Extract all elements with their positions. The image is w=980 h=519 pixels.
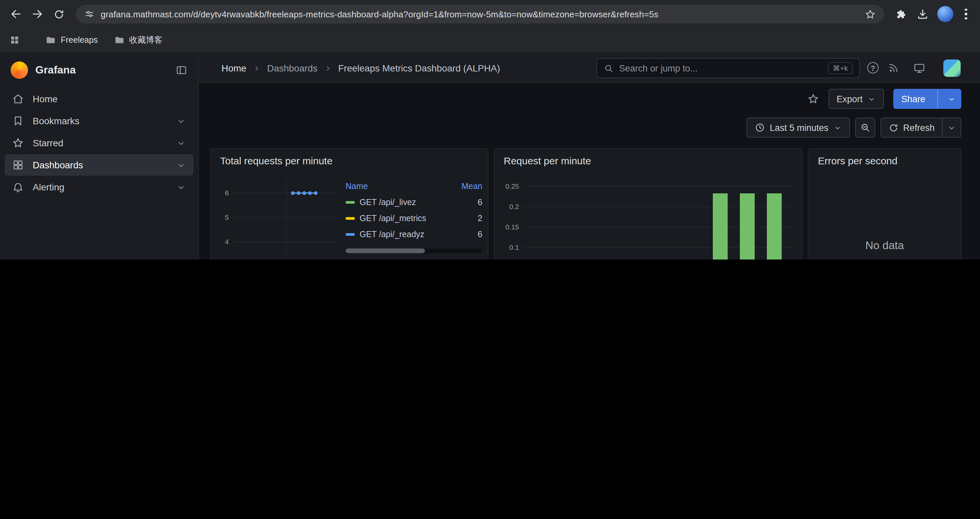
sidebar-item-label: Home (33, 94, 58, 104)
legend-scrollbar[interactable] (345, 249, 482, 253)
browser-back-button[interactable] (5, 3, 27, 25)
bookmark-folder-label: 收藏博客 (129, 34, 162, 46)
help-icon[interactable]: ? (867, 62, 878, 73)
folder-icon (45, 35, 56, 45)
series-swatch (345, 217, 355, 220)
chevron-down-icon[interactable] (176, 138, 186, 148)
bookmark-folder-freeleaps[interactable]: Freeleaps (40, 32, 103, 48)
sidebar-collapse-icon[interactable] (175, 64, 188, 76)
chart-canvas[interactable]: 0.250.20.150.10.05017:37:0017:38:0017:39… (500, 173, 798, 260)
panel-title[interactable]: Errors per second (818, 155, 897, 166)
sidebar-item-label: Dashboards (33, 160, 83, 170)
sidebar-item-starred[interactable]: Starred (5, 132, 194, 153)
export-label: Export (837, 94, 862, 104)
user-avatar[interactable] (943, 59, 961, 77)
grafana-app: Grafana Home Bookmarks Starred Dashboard… (0, 52, 980, 260)
sidebar-item-label: Starred (33, 137, 64, 148)
series-swatch (345, 233, 355, 236)
browser-toolbar: grafana.mathmast.com/d/deytv4rwavabkb/fr… (0, 0, 980, 28)
bookmark-folder-label: Freeleaps (61, 35, 98, 45)
favorite-star-icon[interactable] (807, 93, 819, 105)
legend-row: GET /api/_livez6 (345, 194, 482, 211)
legend-header[interactable]: Name (345, 182, 450, 191)
request-per-minute-chart: 0.250.20.150.10.05017:37:0017:38:0017:39… (500, 173, 798, 260)
grafana-sidebar: Grafana Home Bookmarks Starred Dashboard… (0, 52, 199, 260)
browser-reload-button[interactable] (48, 3, 69, 25)
chevron-down-icon[interactable] (943, 89, 961, 108)
chevron-down-icon (867, 94, 876, 103)
sidebar-item-home[interactable]: Home (5, 88, 194, 110)
sidebar-item-bookmarks[interactable]: Bookmarks (5, 110, 194, 132)
button-divider (937, 89, 938, 108)
chevron-down-icon[interactable] (176, 116, 186, 126)
panel-errors-per-second: Errors per second No data (808, 148, 961, 260)
legend-header[interactable]: Mean (450, 182, 482, 191)
screen: grafana.mathmast.com/d/deytv4rwavabkb/fr… (0, 0, 980, 260)
breadcrumb-dashboards[interactable]: Dashboards (267, 63, 318, 73)
chart-canvas[interactable]: 6543217:40 (216, 174, 342, 260)
home-icon (12, 93, 24, 105)
export-button[interactable]: Export (829, 89, 884, 109)
bookmark-folder-blogs[interactable]: 收藏博客 (108, 32, 168, 48)
dashboards-icon (12, 159, 24, 171)
url-text[interactable]: grafana.mathmast.com/d/deytv4rwavabkb/fr… (101, 9, 859, 19)
breadcrumb: Home Dashboards Freeleaps Metrics Dashbo… (221, 52, 500, 84)
monitor-icon[interactable] (913, 62, 925, 74)
browser-menu-icon[interactable] (957, 9, 975, 20)
star-icon (12, 137, 24, 149)
search-shortcut-badge: ⌘+k (828, 62, 853, 74)
browser-profile-avatar[interactable] (937, 6, 953, 22)
share-button[interactable]: Share (893, 89, 961, 109)
sidebar-item-label: Bookmarks (33, 115, 80, 126)
series-value: 6 (450, 230, 482, 239)
site-info-icon[interactable] (84, 9, 95, 19)
breadcrumb-home[interactable]: Home (221, 63, 247, 73)
zoom-out-button[interactable] (855, 118, 875, 137)
series-name[interactable]: GET /api/_metrics (360, 214, 426, 223)
chevron-down-icon[interactable] (176, 182, 186, 192)
bookmarks-bar: Freeleaps 收藏博客 (0, 28, 980, 52)
panel-title[interactable]: Total requests per minute (220, 155, 332, 166)
browser-forward-button[interactable] (27, 3, 48, 25)
chevron-right-icon (323, 64, 332, 72)
series-value: 2 (450, 214, 482, 223)
svg-text:0.25: 0.25 (505, 182, 519, 190)
time-range-picker[interactable]: Last 5 minutes (746, 118, 850, 137)
search-icon (604, 63, 614, 73)
legend-row: GET /api/_readyz6 (345, 227, 482, 243)
refresh-interval-dropdown[interactable] (942, 118, 961, 137)
series-name[interactable]: GET /api/_readyz (360, 230, 424, 239)
url-bar[interactable]: grafana.mathmast.com/d/deytv4rwavabkb/fr… (76, 5, 884, 23)
zoom-out-icon (859, 122, 870, 133)
clock-icon (754, 122, 765, 133)
svg-text:5: 5 (225, 213, 229, 221)
sidebar-item-dashboards[interactable]: Dashboards (5, 154, 194, 176)
svg-text:0.15: 0.15 (505, 223, 519, 231)
chevron-right-icon (253, 64, 261, 72)
chevron-down-icon[interactable] (176, 160, 186, 170)
search-input[interactable] (619, 63, 822, 73)
top-nav: Home Dashboards Freeleaps Metrics Dashbo… (199, 52, 980, 84)
total-requests-legend: NameMeanGET /api/_livez6GET /api/_metric… (345, 178, 482, 253)
panel-title[interactable]: Request per minute (504, 155, 591, 166)
refresh-button[interactable]: Refresh (881, 118, 942, 137)
rss-icon[interactable] (888, 62, 899, 73)
search-box[interactable]: ⌘+k (597, 58, 860, 78)
downloads-icon[interactable] (912, 3, 933, 25)
legend-row: GET /api/_metrics2 (345, 211, 482, 227)
time-range-label: Last 5 minutes (770, 123, 829, 133)
series-name[interactable]: GET /api/_livez (360, 198, 416, 207)
dashboard-toolbar: Last 5 minutes Refresh (746, 118, 961, 137)
breadcrumb-current-page: Freeleaps Metrics Dashboard (ALPHA) (338, 63, 500, 73)
bookmark-star-icon[interactable] (865, 8, 876, 20)
sidebar-item-alerting[interactable]: Alerting (5, 176, 194, 198)
extensions-icon[interactable] (891, 3, 912, 25)
series-swatch (345, 201, 355, 204)
svg-text:0.1: 0.1 (509, 243, 519, 251)
grafana-logo[interactable] (11, 61, 28, 79)
folder-icon (114, 35, 124, 45)
svg-text:0.2: 0.2 (509, 203, 519, 211)
tab-groups-icon[interactable] (10, 35, 20, 45)
dashboard-actions: Export Share (807, 84, 961, 113)
panel-request-per-minute: Request per minute 0.250.20.150.10.05017… (494, 148, 803, 260)
